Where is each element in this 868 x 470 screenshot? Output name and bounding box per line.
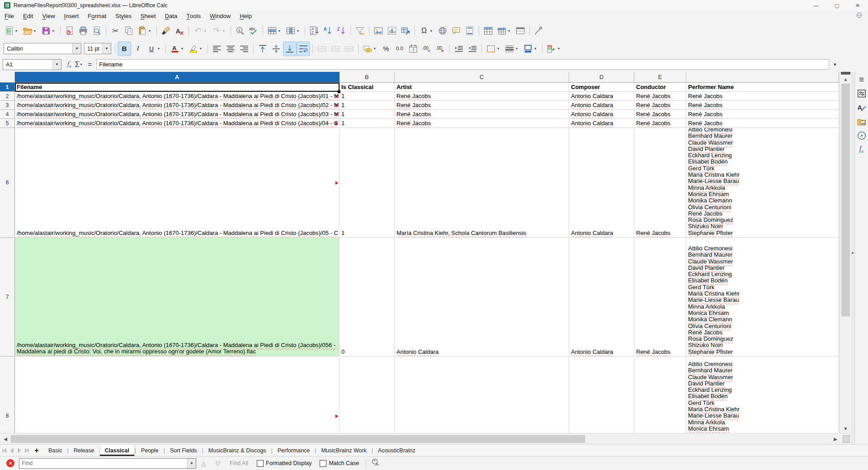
cell-A3[interactable]: /home/alastair/working_music/Oratorio/Ca… (15, 101, 340, 110)
dropdown-arrow-icon[interactable]: ▾ (374, 47, 378, 51)
menu-sheet[interactable]: Sheet (136, 11, 160, 21)
cell-E7[interactable]: René Jacobs (634, 238, 686, 357)
column-header-E[interactable]: E (634, 72, 686, 83)
split-handle[interactable] (843, 435, 850, 443)
row-header-4[interactable]: 4 (0, 110, 15, 119)
insert-image-button[interactable] (372, 24, 385, 38)
sheet-tab-acousticbrainz[interactable]: AcousticBrainz (373, 445, 420, 456)
cell-C7[interactable]: Antonio Caldara (395, 238, 569, 357)
next-sheet-button[interactable] (15, 446, 23, 455)
chevron-down-icon[interactable]: ▼ (52, 60, 61, 70)
delete-decimal-place-button[interactable]: .00× (434, 42, 447, 56)
clear-formatting-button[interactable]: A (173, 24, 186, 38)
cell-A8[interactable] (15, 357, 340, 433)
find-combo[interactable]: ▼ (19, 458, 196, 469)
cell-E1[interactable]: Conductor (634, 83, 686, 92)
cell-E6[interactable]: René Jacobs (634, 128, 686, 238)
dropdown-arrow-icon[interactable]: ▾ (497, 47, 501, 51)
gallery-icon[interactable] (856, 116, 868, 127)
vertical-scrollbar[interactable]: ▲ ▼ (839, 72, 852, 433)
cut-button[interactable]: ✂ (109, 24, 122, 38)
split-window-handle[interactable] (841, 72, 850, 75)
first-sheet-button[interactable] (0, 446, 8, 455)
chevron-down-icon[interactable]: ▼ (102, 43, 111, 54)
dropdown-arrow-icon[interactable]: ▾ (534, 47, 538, 51)
cell-B5[interactable]: 1 (340, 119, 395, 128)
column-header-D[interactable]: D (569, 72, 634, 83)
special-character-button[interactable]: Ω▾ (418, 24, 435, 38)
row-header-5[interactable]: 5 (0, 119, 15, 128)
cell-F3[interactable]: René Jacobs (686, 101, 839, 110)
font-color-button[interactable]: A▾ (169, 42, 186, 56)
match-case-checkbox[interactable]: Match Case (320, 460, 359, 467)
cell-C5[interactable]: René Jacobs (395, 119, 569, 128)
row-header-3[interactable]: 3 (0, 101, 15, 110)
scroll-up-icon[interactable]: ▲ (840, 75, 852, 83)
sheet-tab-sort-fields[interactable]: Sort Fields (165, 445, 202, 456)
autofilter-button[interactable] (354, 24, 366, 38)
column-header-A[interactable]: A (15, 72, 340, 83)
maximize-button[interactable]: ▢ (826, 0, 847, 11)
selection-handle[interactable] (338, 90, 340, 93)
dropdown-arrow-icon[interactable]: ▾ (52, 29, 57, 33)
column-header-B[interactable]: B (340, 72, 395, 83)
menu-styles[interactable]: Styles (111, 11, 136, 21)
headers-and-footers-button[interactable] (463, 24, 476, 38)
formula-input[interactable] (96, 59, 829, 70)
align-top-button[interactable] (256, 42, 269, 56)
new-document-button[interactable]: ▾ (3, 24, 20, 38)
dropdown-arrow-icon[interactable]: ▾ (80, 62, 85, 66)
cell-A7[interactable]: /home/alastair/working_music/Oratorio/Ca… (15, 238, 340, 357)
cell-C3[interactable]: René Jacobs (395, 101, 569, 110)
cell-D1[interactable]: Composer (569, 83, 634, 92)
sheet-tab-classical[interactable]: Classical (99, 445, 135, 456)
sidebar-settings-icon[interactable]: ≡ (856, 74, 868, 85)
insert-chart-button[interactable] (386, 24, 398, 38)
sort-ascending-button[interactable]: A (321, 24, 334, 38)
cell-D3[interactable]: Antonio Caldara (569, 101, 634, 110)
cell-F2[interactable]: René Jacobs (686, 92, 839, 101)
find-and-replace-button[interactable]: a (234, 24, 246, 38)
sheet-tab-people[interactable]: People (136, 445, 164, 456)
menu-format[interactable]: Format (83, 11, 111, 21)
close-button[interactable]: ✕ (847, 0, 868, 11)
find-and-replace-icon[interactable]: ad (371, 458, 380, 469)
select-all-corner[interactable] (0, 72, 15, 83)
bold-button[interactable]: B (118, 42, 131, 56)
cell-D4[interactable]: Antonio Caldara (569, 110, 634, 119)
menu-data[interactable]: Data (160, 11, 182, 21)
format-as-currency-button[interactable]: ▾ (361, 42, 379, 56)
italic-button[interactable]: I (132, 42, 144, 56)
font-name-combo[interactable]: Calibri▼ (4, 43, 81, 54)
cell-A5[interactable]: /home/alastair/working_music/Oratorio/Ca… (15, 119, 340, 128)
cell-E8[interactable] (634, 357, 686, 433)
scroll-down-icon[interactable]: ▼ (840, 425, 852, 432)
previous-sheet-button[interactable] (8, 446, 15, 455)
cell-A1[interactable]: Filename (15, 83, 340, 92)
sort-button[interactable]: AZ (308, 24, 321, 38)
cell-D7[interactable]: Antonio Caldara (569, 238, 634, 357)
dropdown-arrow-icon[interactable]: ▾ (34, 29, 38, 33)
cell-E2[interactable]: René Jacobs (634, 92, 686, 101)
insert-comment-button[interactable] (450, 24, 462, 38)
font-size-combo[interactable]: 11 pt▼ (84, 43, 111, 54)
menu-view[interactable]: View (38, 11, 59, 21)
insert-row-button[interactable]: ▾ (266, 24, 283, 38)
print-button[interactable] (77, 24, 90, 38)
name-box[interactable]: A1 ▼ (3, 59, 61, 70)
row-header-8[interactable]: 8 (0, 357, 15, 433)
cell-F6[interactable]: Attilio CremonesiBernhard MaurerClaude W… (686, 128, 839, 238)
cell-F5[interactable]: René Jacobs (686, 119, 839, 128)
row-header-6[interactable]: 6 (0, 128, 15, 238)
freeze-rows-and-columns-button[interactable] (482, 24, 495, 38)
last-sheet-button[interactable] (23, 446, 31, 455)
cell-E3[interactable]: René Jacobs (634, 101, 686, 110)
center-vertically-button[interactable] (270, 42, 283, 56)
menu-edit[interactable]: Edit (19, 11, 38, 21)
dropdown-arrow-icon[interactable]: ▾ (297, 29, 301, 33)
underline-button[interactable]: U▾ (145, 42, 163, 56)
menu-help[interactable]: Help (235, 11, 256, 21)
cell-D6[interactable]: Antonio Caldara (569, 128, 634, 238)
align-center-button[interactable] (224, 42, 237, 56)
add-sheet-button[interactable]: + (34, 446, 39, 455)
